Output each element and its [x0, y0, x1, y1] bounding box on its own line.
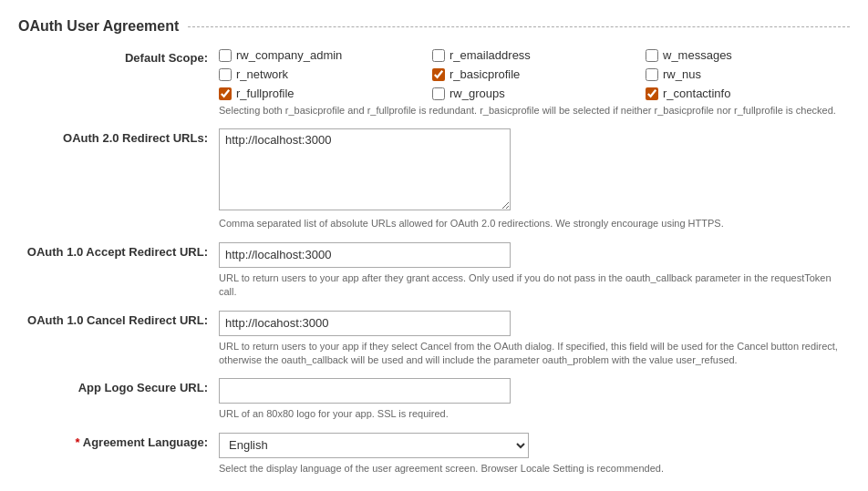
checkbox-r-emailaddress[interactable] — [432, 49, 445, 62]
checkbox-item-r-basicprofile: r_basicprofile — [432, 67, 636, 81]
accept-redirect-row: OAuth 1.0 Accept Redirect URL: URL to re… — [18, 242, 850, 300]
cancel-redirect-label: OAuth 1.0 Cancel Redirect URL: — [18, 311, 219, 329]
checkbox-label-r-basicprofile: r_basicprofile — [450, 67, 520, 81]
default-scope-label: Default Scope: — [18, 48, 219, 66]
cancel-redirect-content: URL to return users to your app if they … — [219, 311, 850, 368]
section-title: OAuth User Agreement — [18, 18, 850, 35]
agreement-language-label-text: Agreement Language: — [83, 435, 208, 449]
cancel-redirect-row: OAuth 1.0 Cancel Redirect URL: URL to re… — [18, 311, 850, 368]
agreement-language-label: Agreement Language: — [18, 433, 219, 451]
app-logo-row: App Logo Secure URL: URL of an 80x80 log… — [18, 378, 850, 421]
accept-redirect-hint: URL to return users to your app after th… — [219, 271, 850, 300]
checkbox-rw-company-admin[interactable] — [219, 49, 232, 62]
app-logo-content: URL of an 80x80 logo for your app. SSL i… — [219, 378, 850, 421]
checkbox-item-rw-groups: rw_groups — [432, 87, 636, 100]
checkbox-label-r-emailaddress: r_emailaddress — [450, 48, 531, 62]
scope-checkbox-grid: rw_company_admin r_emailaddress w_messag… — [219, 48, 850, 100]
checkbox-r-contactinfo[interactable] — [646, 87, 658, 100]
app-logo-hint: URL of an 80x80 logo for your app. SSL i… — [219, 407, 850, 421]
app-logo-input[interactable] — [219, 378, 511, 404]
checkbox-w-messages[interactable] — [646, 49, 658, 62]
checkbox-label-r-network: r_network — [236, 67, 288, 81]
accept-redirect-content: URL to return users to your app after th… — [219, 242, 850, 300]
accept-redirect-input[interactable] — [219, 242, 511, 268]
agreement-language-select[interactable]: English French German Spanish Italian Po… — [219, 433, 529, 458]
cancel-redirect-hint: URL to return users to your app if they … — [219, 340, 850, 368]
agreement-language-row: Agreement Language: English French Germa… — [18, 433, 850, 476]
checkbox-r-network[interactable] — [219, 68, 232, 81]
accept-redirect-label: OAuth 1.0 Accept Redirect URL: — [18, 242, 219, 261]
checkbox-r-basicprofile[interactable] — [432, 68, 445, 81]
default-scope-hint: Selecting both r_basicprofile and r_full… — [219, 104, 850, 118]
default-scope-content: rw_company_admin r_emailaddress w_messag… — [219, 48, 850, 118]
agreement-language-content: English French German Spanish Italian Po… — [219, 433, 850, 476]
default-scope-row: Default Scope: rw_company_admin r_emaila… — [18, 48, 850, 118]
checkbox-label-rw-nus: rw_nus — [663, 67, 701, 81]
checkbox-label-rw-groups: rw_groups — [450, 87, 505, 100]
checkbox-item-rw-company-admin: rw_company_admin — [219, 48, 423, 62]
section-title-text: OAuth User Agreement — [18, 18, 179, 35]
checkbox-r-fullprofile[interactable] — [219, 87, 232, 100]
app-logo-label: App Logo Secure URL: — [18, 378, 219, 396]
checkbox-label-r-contactinfo: r_contactinfo — [663, 87, 730, 100]
checkbox-item-w-messages: w_messages — [646, 48, 850, 62]
redirect-urls-hint: Comma separated list of absolute URLs al… — [219, 217, 850, 230]
checkbox-item-r-network: r_network — [219, 67, 423, 81]
agreement-language-hint: Select the display language of the user … — [219, 462, 850, 476]
checkbox-label-w-messages: w_messages — [663, 48, 732, 62]
checkbox-item-r-contactinfo: r_contactinfo — [646, 87, 850, 100]
redirect-urls-textarea[interactable]: http://localhost:3000 — [219, 128, 511, 210]
redirect-urls-label: OAuth 2.0 Redirect URLs: — [18, 128, 219, 147]
checkbox-item-r-emailaddress: r_emailaddress — [432, 48, 636, 62]
redirect-urls-content: http://localhost:3000 Comma separated li… — [219, 128, 850, 230]
checkbox-item-r-fullprofile: r_fullprofile — [219, 87, 423, 100]
checkbox-item-rw-nus: rw_nus — [646, 67, 850, 81]
checkbox-rw-groups[interactable] — [432, 87, 445, 100]
cancel-redirect-input[interactable] — [219, 311, 511, 336]
checkbox-label-r-fullprofile: r_fullprofile — [236, 87, 294, 100]
redirect-urls-row: OAuth 2.0 Redirect URLs: http://localhos… — [18, 128, 850, 230]
checkbox-label-rw-company-admin: rw_company_admin — [236, 48, 342, 62]
checkbox-rw-nus[interactable] — [646, 68, 658, 81]
